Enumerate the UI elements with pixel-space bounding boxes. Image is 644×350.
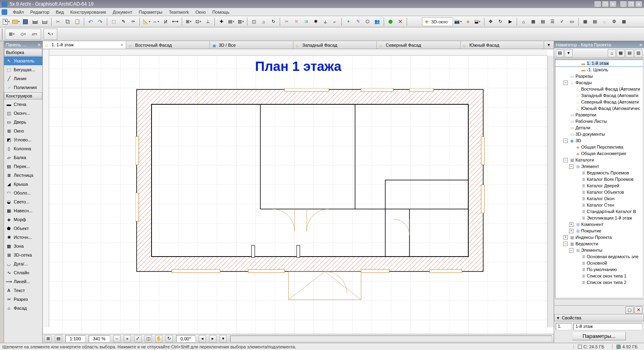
wand-button[interactable]: ✎: [119, 17, 128, 26]
menu-конструирование[interactable]: Конструирование: [67, 9, 109, 15]
open-button[interactable]: ▾: [11, 17, 20, 26]
ok-button[interactable]: [386, 17, 395, 26]
tool-polyline[interactable]: ⟋Полилиния: [4, 83, 42, 92]
tree-expander[interactable]: −: [563, 139, 568, 143]
extend-button[interactable]: ⤱: [292, 17, 301, 26]
tool-slab[interactable]: ▱Балка: [4, 153, 42, 162]
restore-button[interactable]: ❐: [602, 1, 609, 7]
tool-slab2[interactable]: ▤Перек...: [4, 162, 42, 171]
menu-окно[interactable]: Окно: [192, 9, 209, 15]
tree-item[interactable]: ≣Каталог Всех Проемов: [555, 176, 643, 182]
snap2-button[interactable]: ⊡▾: [194, 17, 203, 26]
tool-mesh[interactable]: ⊞3D-сетка: [4, 251, 42, 259]
tree-expander[interactable]: +: [569, 229, 573, 233]
zoom-window-button[interactable]: ◫: [145, 335, 152, 342]
layout4-button[interactable]: ⚙: [610, 17, 619, 26]
paint-button[interactable]: ✎: [353, 17, 362, 26]
tree-expander[interactable]: +: [569, 222, 573, 227]
tree-item[interactable]: −⊞Элементы: [555, 247, 643, 253]
extra1-button[interactable]: ◫: [249, 17, 258, 26]
tree-expander[interactable]: −: [563, 158, 568, 162]
tab-восточный-фасад[interactable]: ⌂Восточный Фасад: [126, 41, 210, 49]
menu-редактор[interactable]: Редактор: [27, 9, 52, 15]
doc-restore-button[interactable]: ❐: [627, 1, 635, 7]
home-button[interactable]: ⌂: [519, 17, 528, 26]
tabs-overflow-button[interactable]: ▾: [544, 41, 554, 49]
nav-mode1-button[interactable]: ▤: [556, 49, 564, 57]
doc-minimize-button[interactable]: _: [620, 1, 627, 7]
tree-item[interactable]: ▬-1. Цоколь: [555, 66, 643, 73]
menu-файл[interactable]: Файл: [10, 9, 27, 15]
gravity-button[interactable]: ⊥: [204, 17, 212, 26]
tool-skylight[interactable]: ◒Свето...: [4, 197, 42, 206]
view5-button[interactable]: ▭: [567, 17, 576, 26]
snap-point-button[interactable]: ▱▾: [29, 30, 39, 39]
tool-spline[interactable]: ∿Сплайн: [4, 268, 42, 277]
zoom-in-button[interactable]: +: [124, 335, 131, 342]
zoom-out-button[interactable]: −: [113, 335, 120, 342]
tree-item[interactable]: ≣Экспликация 1-й этаж: [555, 215, 643, 221]
minimize-button[interactable]: _: [594, 1, 601, 7]
next-view-button[interactable]: ▸: [209, 335, 216, 342]
tree-expander[interactable]: +: [563, 235, 568, 240]
tree-item[interactable]: ≣Каталог Окон: [555, 195, 643, 202]
tab-южный-фасад[interactable]: ⌂Южный Фасад: [461, 41, 544, 49]
tree-item[interactable]: ▭Детали: [555, 124, 643, 131]
pick-button[interactable]: ⬚: [109, 17, 118, 26]
tree-item[interactable]: ◈Общая Аксонометрия: [555, 150, 643, 157]
tree-item[interactable]: ≣Основная ведомость эле: [555, 253, 643, 260]
explode-button[interactable]: ✱: [311, 17, 320, 26]
tool-lamp[interactable]: ✺Источн...: [4, 233, 42, 242]
new-button[interactable]: ▾: [2, 17, 10, 26]
properties-header[interactable]: ▾Свойства: [554, 314, 644, 321]
collab-button[interactable]: 👥: [373, 17, 382, 26]
prop-name-field[interactable]: 1-й этаж: [573, 323, 642, 330]
tree-item[interactable]: ≣Список окон типа 1: [555, 273, 643, 279]
menu-параметры[interactable]: Параметры: [135, 9, 166, 15]
tool-wall[interactable]: ▬Стена: [4, 100, 42, 109]
tree-item[interactable]: ⌂Южный Фасад (Автоматичес: [555, 105, 643, 112]
menu-документ[interactable]: Документ: [110, 9, 136, 15]
navigator-hscroll[interactable]: [554, 299, 644, 305]
tab-3d-/-все[interactable]: ◉3D / Все: [210, 41, 293, 49]
tree-item[interactable]: ▭Разрезы: [555, 73, 643, 79]
snap-grid-button[interactable]: ⊞▾: [7, 30, 17, 39]
split-button[interactable]: ✚: [217, 17, 226, 26]
magic-button[interactable]: ✦: [344, 17, 353, 26]
tree-expander[interactable]: −: [563, 81, 568, 85]
nav-project-button[interactable]: ⌂: [608, 49, 616, 57]
tree-item[interactable]: ▭Рабочие Листы: [555, 118, 643, 124]
trim-button[interactable]: ✂: [282, 17, 291, 26]
nav-view-button[interactable]: ▦: [617, 49, 625, 57]
vertical-ruler[interactable]: [43, 49, 49, 327]
layout1-button[interactable]: ▦: [581, 17, 590, 26]
tool-elevation[interactable]: ⌂Фасад: [4, 304, 42, 313]
tree-item[interactable]: −▦Ведомости: [555, 240, 643, 247]
snap-ortho-button[interactable]: ◇▾: [18, 30, 28, 39]
tree-item[interactable]: +▦Индексы Проекта: [555, 234, 643, 240]
tool-corner[interactable]: ◩Углово...: [4, 135, 42, 144]
tree-item[interactable]: ≣Каталог Объектов: [555, 189, 643, 195]
undo-button[interactable]: ↶: [86, 17, 95, 26]
tab-северный-фасад[interactable]: ⌂Северный Фасад: [377, 41, 460, 49]
tree-item[interactable]: ≣Основной: [555, 260, 643, 266]
view3-button[interactable]: ☰: [548, 17, 557, 26]
close-button[interactable]: ✕: [609, 1, 617, 7]
tool-column-end[interactable]: ◫Оконч...: [4, 109, 42, 118]
tree-item[interactable]: ⌂Западный Фасад (Автомати: [555, 92, 643, 99]
camera-button[interactable]: 📷▾: [454, 17, 463, 26]
print-button[interactable]: [31, 17, 39, 26]
n-tool-button[interactable]: И: [161, 17, 170, 26]
viewport[interactable]: План 1 этажа: [43, 49, 554, 334]
extra2-button[interactable]: ⌂: [259, 17, 268, 26]
3d-window-button[interactable]: ◉ 3D-окно: [422, 17, 453, 26]
refresh-button[interactable]: ↻: [269, 17, 278, 26]
layout5-button[interactable]: ▦: [619, 17, 628, 26]
tool-beam[interactable]: ▭Дверь: [4, 118, 42, 126]
nav-publisher-button[interactable]: ▥: [634, 49, 642, 57]
qo-delete-button[interactable]: ✕: [634, 307, 642, 314]
snap1-button[interactable]: ⊞▾: [184, 17, 193, 26]
tree-item[interactable]: ▬1. 1-й этаж: [555, 60, 643, 66]
tree-item[interactable]: −⊞Элемент: [555, 163, 643, 170]
tool-roof[interactable]: ◢Крыша: [4, 180, 42, 188]
